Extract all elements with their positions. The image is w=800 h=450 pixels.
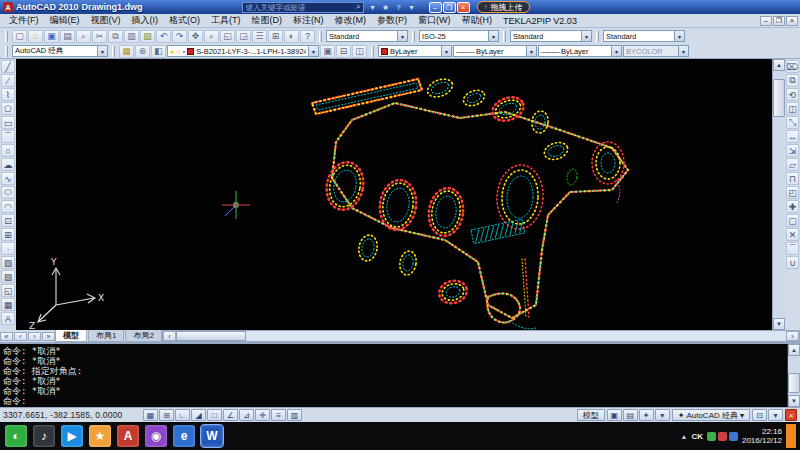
menu-item[interactable]: 格式(O) [164,14,205,27]
tray-app-icon[interactable] [707,432,716,441]
toolbar-grip[interactable] [5,46,8,57]
layer-tool-icon[interactable]: ▦ [119,45,134,58]
chevron-down-icon[interactable]: ▾ [488,31,498,41]
modify-tool-icon[interactable]: ▢ [786,214,799,227]
toolbar-icon[interactable]: ✂ [92,30,107,43]
draw-tool-icon[interactable]: ⬠ [1,102,15,115]
toolbar-icon[interactable]: ⌕ [76,30,91,43]
taskbar-app-icon[interactable]: A [117,425,139,447]
scroll-left-icon[interactable]: ‹ [163,331,176,341]
chevron-down-icon[interactable]: ▾ [611,46,621,56]
scroll-up-icon[interactable]: ▲ [773,59,785,71]
draw-tool-icon[interactable]: ⌒ [1,130,15,143]
menu-item[interactable]: 工具(T) [206,14,246,27]
chevron-down-icon[interactable]: ▾ [97,46,107,56]
table-style-combo[interactable]: Standard ▾ [510,30,592,42]
toolbar-grip[interactable] [596,31,599,42]
layout-tab[interactable]: 布局2 [125,330,161,342]
modify-tool-icon[interactable]: ⌒ [786,242,799,255]
layer-tool-icon[interactable]: ⊛ [135,45,150,58]
layer-status-icon[interactable]: ☼ [175,48,181,55]
toolbar-icon[interactable]: ◲ [236,30,251,43]
tray-expand-icon[interactable]: ▲ [680,433,687,440]
modify-tool-icon[interactable]: ✕ [786,228,799,241]
search-icon[interactable]: ⌕ [356,2,362,12]
toolbar-icon[interactable]: ☰ [252,30,267,43]
status-icon-button[interactable]: ▾ [768,409,783,421]
draw-tool-icon[interactable]: ◱ [1,284,15,297]
taskbar-app-icon[interactable]: ◉ [145,425,167,447]
taskbar-app-icon[interactable]: ♪ [33,425,55,447]
language-indicator[interactable]: CK [691,432,703,441]
command-window[interactable]: 命令: *取消*命令: *取消*命令: 指定对角点:命令: *取消*命令: *取… [0,342,800,407]
taskbar-app-icon[interactable]: ◐ [5,425,27,447]
chevron-down-icon[interactable]: ▾ [674,31,684,41]
scroll-track[interactable] [788,356,800,395]
menu-item[interactable]: 修改(M) [330,14,372,27]
modify-tool-icon[interactable]: ⟲ [786,88,799,101]
chevron-down-icon[interactable]: ▾ [441,46,451,56]
taskbar-app-icon[interactable]: e [173,425,195,447]
modify-tool-icon[interactable]: ↔ [786,130,799,143]
taskbar-app-icon[interactable]: W [201,425,223,447]
menu-item[interactable]: 编辑(E) [45,14,85,27]
draw-tool-icon[interactable]: ☁ [1,158,15,171]
status-icon-button[interactable]: ▣ [607,409,622,421]
draw-tool-icon[interactable]: ⊞ [1,228,15,241]
infocenter-search[interactable]: ⌕ [242,2,364,13]
chevron-down-icon[interactable]: ▾ [526,46,536,56]
taskbar-app-icon[interactable]: ★ [89,425,111,447]
toolbar-icon[interactable]: ◐ [284,30,299,43]
layer-state-icon[interactable]: ◫ [352,45,367,58]
status-toggle-button[interactable]: ✛ [255,409,270,421]
draw-tool-icon[interactable]: ▭ [1,116,15,129]
draw-tool-icon[interactable]: ╱ [1,60,15,73]
menu-item[interactable]: TEKLA2PIP V2.03 [498,16,582,26]
status-icon-button[interactable]: ✦ [639,409,654,421]
doc-restore-button[interactable]: ❐ [773,16,785,26]
draw-tool-icon[interactable]: ∿ [1,172,15,185]
modify-tool-icon[interactable]: ⧉ [786,74,799,87]
toolbar-icon[interactable]: ▣ [44,30,59,43]
modify-tool-icon[interactable]: ✚ [786,200,799,213]
modify-tool-icon[interactable]: ⤡ [786,116,799,129]
tray-app-icon[interactable] [729,432,738,441]
dim-style-combo[interactable]: ISO-25 ▾ [419,30,499,42]
workspace-combo[interactable]: AutoCAD 经典 ▾ [12,45,108,57]
toolbar-icon[interactable]: ▥ [124,30,139,43]
toolbar-icon[interactable]: ↷ [172,30,187,43]
menu-item[interactable]: 标注(N) [288,14,329,27]
search-input[interactable] [243,3,357,12]
infocenter-icon[interactable]: ▾ [406,3,418,12]
menu-item[interactable]: 视图(V) [86,14,126,27]
status-icon-button[interactable]: ▾ [655,409,670,421]
status-toggle-button[interactable]: ◢ [191,409,206,421]
toolbar-icon[interactable]: ⊞ [268,30,283,43]
text-style-combo[interactable]: Standard ▾ [326,30,408,42]
status-toggle-button[interactable]: ∟ [175,409,190,421]
modify-tool-icon[interactable]: ∪ [786,256,799,269]
lineweight-combo[interactable]: ——— ByLayer ▾ [538,45,622,57]
layout-tab[interactable]: 模型 [55,330,87,342]
chevron-down-icon[interactable]: ▾ [308,46,318,56]
canvas-horizontal-scrollbar[interactable]: ‹ › [162,330,800,342]
menu-item[interactable]: 帮助(H) [457,14,498,27]
minimize-button[interactable]: – [429,2,442,13]
scroll-thumb[interactable] [788,373,800,393]
draw-tool-icon[interactable]: ▧ [1,270,15,283]
scroll-track[interactable] [246,331,786,341]
canvas-vertical-scrollbar[interactable]: ▲ ▼ [772,59,785,330]
drawing-canvas[interactable]: Y X Z [16,59,772,330]
infocenter-icon[interactable]: ★ [380,3,392,12]
toolbar-icon[interactable]: ◱ [220,30,235,43]
tab-nav-button[interactable]: » [42,332,55,341]
toolbar-icon[interactable]: ⌕ [204,30,219,43]
toolbar-grip[interactable] [503,31,506,42]
scroll-down-icon[interactable]: ▼ [788,395,800,407]
draw-tool-icon[interactable]: ∕ [1,74,15,87]
scroll-track[interactable] [773,71,785,318]
doc-minimize-button[interactable]: – [760,16,772,26]
status-icon-button[interactable]: ⊡ [752,409,767,421]
draw-tool-icon[interactable]: ⊡ [1,214,15,227]
menu-item[interactable]: 绘图(D) [247,14,288,27]
